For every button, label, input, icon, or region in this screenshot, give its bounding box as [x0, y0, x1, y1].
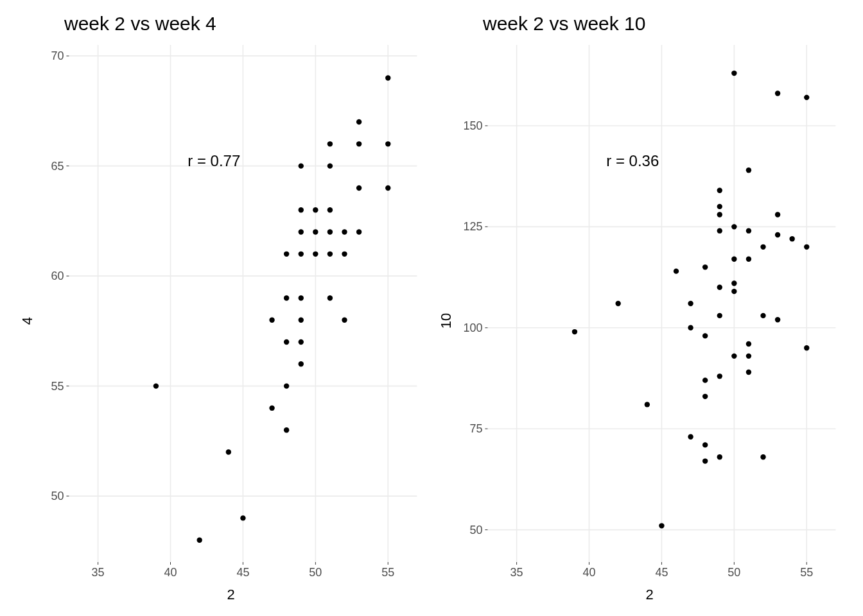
svg-point-122: [717, 212, 722, 217]
svg-point-56: [327, 229, 333, 234]
svg-text:40: 40: [164, 566, 177, 579]
svg-point-114: [702, 377, 708, 382]
svg-point-113: [702, 394, 708, 399]
svg-point-126: [731, 289, 737, 294]
svg-point-49: [299, 207, 304, 212]
svg-point-43: [299, 361, 304, 366]
figure: week 2 vs week 4 4 35404550555055606570r…: [0, 0, 863, 616]
svg-point-119: [717, 313, 722, 318]
x-axis-label-1: 2: [455, 586, 844, 603]
plot-wrap-0: 4 35404550555055606570r = 0.77 2: [19, 38, 425, 603]
svg-point-103: [572, 329, 577, 334]
svg-point-46: [299, 295, 304, 300]
svg-text:100: 100: [464, 321, 483, 334]
svg-point-123: [717, 204, 722, 209]
svg-point-62: [342, 229, 347, 234]
plot-col-0: 35404550555055606570r = 0.77 2: [37, 38, 425, 603]
svg-text:45: 45: [237, 566, 250, 579]
svg-point-48: [299, 229, 304, 234]
svg-point-116: [702, 264, 708, 270]
svg-point-132: [746, 354, 751, 359]
svg-text:35: 35: [92, 566, 105, 579]
svg-point-142: [775, 212, 780, 217]
svg-point-65: [356, 141, 362, 146]
chart-title-1: week 2 vs week 10: [483, 13, 844, 35]
svg-point-68: [385, 141, 390, 146]
svg-text:50: 50: [309, 566, 322, 579]
svg-point-120: [717, 285, 722, 290]
svg-point-134: [746, 257, 751, 262]
svg-point-128: [731, 257, 737, 262]
svg-point-111: [702, 458, 708, 463]
svg-point-39: [284, 383, 289, 388]
svg-point-38: [284, 427, 289, 432]
plot-col-1: 35404550555075100125150r = 0.36 2: [455, 38, 844, 603]
svg-text:70: 70: [51, 49, 64, 62]
svg-text:r = 0.77: r = 0.77: [187, 152, 240, 169]
svg-point-129: [731, 224, 737, 229]
svg-point-131: [746, 370, 751, 375]
svg-point-104: [616, 301, 621, 306]
svg-point-110: [688, 301, 693, 306]
svg-point-138: [760, 313, 765, 318]
svg-point-44: [299, 339, 304, 345]
svg-point-139: [760, 244, 765, 250]
svg-point-144: [790, 236, 795, 241]
svg-point-45: [299, 318, 304, 323]
x-axis-label-0: 2: [37, 586, 425, 603]
svg-text:75: 75: [470, 422, 483, 435]
svg-text:125: 125: [464, 220, 483, 233]
svg-point-145: [804, 345, 809, 350]
svg-point-127: [731, 280, 737, 286]
panel-right: week 2 vs week 10 10 3540455055507510012…: [438, 6, 844, 603]
svg-text:35: 35: [510, 566, 523, 579]
chart-title-0: week 2 vs week 4: [64, 13, 425, 35]
svg-point-117: [717, 454, 722, 459]
svg-point-60: [342, 318, 347, 323]
svg-text:40: 40: [583, 566, 596, 579]
svg-point-146: [804, 244, 809, 250]
panel-left: week 2 vs week 4 4 35404550555055606570r…: [19, 6, 425, 603]
svg-point-33: [197, 538, 202, 543]
plot-wrap-1: 10 35404550555075100125150r = 0.36 2: [438, 38, 844, 603]
svg-point-118: [717, 373, 722, 379]
svg-point-57: [327, 207, 333, 212]
svg-text:r = 0.36: r = 0.36: [606, 152, 659, 169]
svg-point-140: [775, 317, 780, 322]
svg-point-133: [746, 341, 751, 346]
svg-text:45: 45: [656, 566, 668, 579]
svg-text:55: 55: [51, 380, 64, 393]
svg-point-42: [284, 252, 289, 257]
svg-point-112: [702, 442, 708, 447]
svg-point-59: [327, 141, 333, 146]
svg-point-37: [270, 318, 275, 323]
svg-text:55: 55: [800, 566, 813, 579]
svg-point-108: [688, 434, 693, 440]
y-axis-label-1: 10: [438, 38, 455, 603]
svg-text:50: 50: [51, 490, 64, 502]
svg-point-109: [688, 325, 693, 330]
svg-point-105: [645, 402, 650, 407]
svg-point-67: [385, 185, 390, 191]
svg-point-47: [299, 252, 304, 257]
svg-point-54: [327, 295, 333, 300]
svg-point-69: [385, 75, 390, 80]
svg-point-55: [327, 252, 333, 257]
svg-point-35: [240, 515, 245, 520]
svg-point-121: [717, 228, 722, 233]
svg-point-106: [659, 523, 664, 528]
svg-point-41: [284, 295, 289, 300]
svg-point-40: [284, 339, 289, 345]
svg-point-115: [702, 333, 708, 338]
svg-point-136: [746, 167, 751, 173]
svg-point-64: [356, 185, 362, 191]
svg-point-51: [313, 252, 318, 257]
svg-point-61: [342, 252, 347, 257]
svg-point-63: [356, 229, 362, 234]
svg-text:50: 50: [470, 524, 483, 536]
svg-text:150: 150: [464, 119, 483, 132]
svg-point-34: [226, 449, 231, 454]
svg-text:65: 65: [51, 160, 64, 173]
svg-text:50: 50: [728, 566, 740, 579]
svg-point-53: [313, 207, 318, 212]
